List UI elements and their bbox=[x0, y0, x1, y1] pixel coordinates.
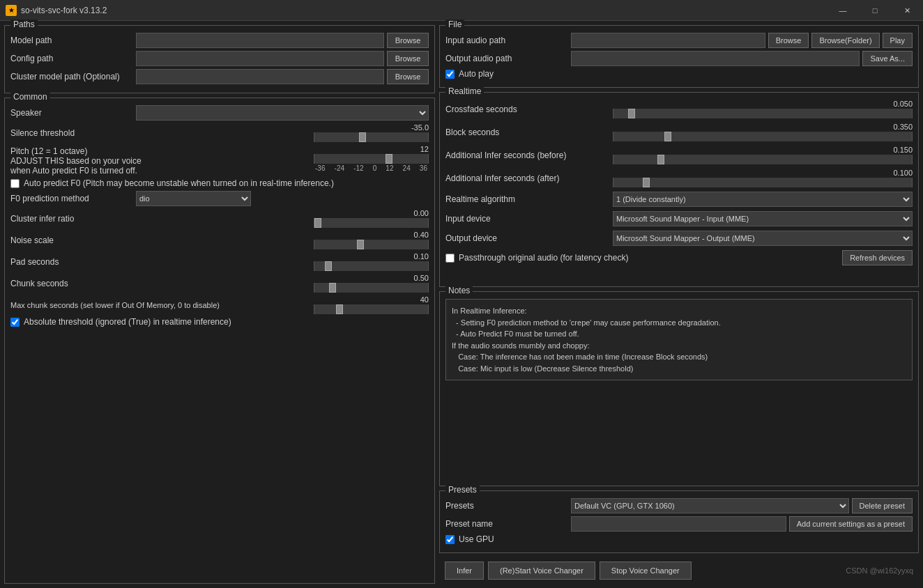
realtime-group: Realtime Crossfade seconds 0.050 Block s… bbox=[439, 92, 919, 287]
input-device-select[interactable]: Microsoft Sound Mapper - Input (MME) bbox=[613, 211, 913, 226]
pad-seconds-slider[interactable] bbox=[314, 261, 429, 271]
output-audio-input[interactable] bbox=[571, 51, 860, 66]
silence-threshold-row: Silence threshold -35.0 bbox=[10, 123, 429, 142]
noise-scale-slider[interactable] bbox=[314, 240, 429, 249]
presets-select[interactable]: Default VC (GPU, GTX 1060) bbox=[571, 498, 849, 513]
delete-preset-button[interactable]: Delete preset bbox=[852, 498, 913, 513]
preset-name-row: Preset name Add current settings as a pr… bbox=[445, 516, 913, 532]
use-gpu-label[interactable]: Use GPU bbox=[459, 534, 494, 544]
block-seconds-value: 0.350 bbox=[893, 123, 913, 131]
refresh-devices-button[interactable]: Refresh devices bbox=[842, 250, 913, 265]
pitch-mark-1: -24 bbox=[335, 164, 344, 172]
pitch-mark-5: 24 bbox=[403, 164, 411, 172]
realtime-title: Realtime bbox=[445, 86, 484, 96]
input-audio-input[interactable] bbox=[571, 33, 765, 48]
preset-name-input[interactable] bbox=[571, 516, 786, 532]
max-chunk-row: Max chunk seconds (set lower if Out Of M… bbox=[10, 295, 429, 314]
absolute-threshold-label[interactable]: Absolute threshold (ignored (True) in re… bbox=[24, 317, 231, 327]
cluster-path-browse-button[interactable]: Browse bbox=[387, 69, 429, 84]
common-group: Common Speaker Silence threshold -35.0 bbox=[4, 98, 435, 584]
close-button[interactable]: ✕ bbox=[891, 0, 923, 21]
crossfade-value: 0.050 bbox=[893, 100, 913, 108]
presets-row: Presets Default VC (GPU, GTX 1060) Delet… bbox=[445, 498, 913, 513]
main-content: Paths Model path Browse Config path Brow… bbox=[0, 21, 923, 588]
noise-scale-row: Noise scale 0.40 bbox=[10, 231, 429, 249]
speaker-label: Speaker bbox=[10, 108, 136, 118]
notes-line-0: In Realtime Inference: bbox=[452, 305, 906, 317]
cluster-infer-value: 0.00 bbox=[414, 209, 429, 217]
add-preset-button[interactable]: Add current settings as a preset bbox=[789, 516, 913, 532]
f0-method-select[interactable]: dio harvest crepe pm bbox=[136, 191, 251, 206]
notes-line-4: Case: The inference has not been made in… bbox=[452, 351, 906, 363]
restart-voice-changer-button[interactable]: (Re)Start Voice Changer bbox=[488, 562, 595, 580]
cluster-path-input[interactable] bbox=[136, 69, 384, 84]
config-path-input[interactable] bbox=[136, 51, 384, 66]
input-device-label: Input device bbox=[445, 214, 613, 224]
model-path-label: Model path bbox=[10, 36, 136, 45]
auto-predict-label[interactable]: Auto predict F0 (Pitch may become unstab… bbox=[24, 178, 334, 188]
minimize-button[interactable]: — bbox=[827, 0, 859, 21]
output-audio-row: Output audio path Save As... bbox=[445, 51, 913, 66]
notes-line-3: If the audio sounds mumbly and choppy: bbox=[452, 340, 906, 352]
model-path-input[interactable] bbox=[136, 33, 384, 48]
browse-folder-button[interactable]: Browse(Folder) bbox=[811, 33, 879, 48]
max-chunk-value: 40 bbox=[420, 295, 429, 304]
use-gpu-row: Use GPU bbox=[445, 534, 913, 544]
left-panel: Paths Model path Browse Config path Brow… bbox=[4, 25, 435, 584]
absolute-threshold-checkbox[interactable] bbox=[10, 318, 20, 327]
config-path-row: Config path Browse bbox=[10, 51, 429, 66]
cluster-infer-slider[interactable] bbox=[314, 218, 429, 228]
max-chunk-slider[interactable] bbox=[314, 304, 429, 314]
auto-play-label[interactable]: Auto play bbox=[459, 69, 494, 79]
pad-seconds-row: Pad seconds 0.10 bbox=[10, 252, 429, 271]
preset-name-label: Preset name bbox=[445, 519, 571, 529]
additional-before-value: 0.150 bbox=[893, 146, 913, 154]
chunk-seconds-slider[interactable] bbox=[314, 283, 429, 293]
notes-line-5: Case: Mic input is low (Decrease Silence… bbox=[452, 363, 906, 375]
silence-threshold-label: Silence threshold bbox=[10, 128, 136, 138]
stop-voice-changer-button[interactable]: Stop Voice Changer bbox=[600, 562, 692, 580]
auto-play-checkbox[interactable] bbox=[445, 70, 455, 79]
max-chunk-label: Max chunk seconds (set lower if Out Of M… bbox=[10, 301, 220, 309]
infer-button[interactable]: Infer bbox=[445, 562, 484, 580]
window-controls: — □ ✕ bbox=[827, 0, 923, 21]
output-device-select[interactable]: Microsoft Sound Mapper - Output (MME) bbox=[613, 231, 913, 246]
notes-line-1: - Setting F0 prediction method to 'crepe… bbox=[452, 317, 906, 329]
titlebar: ★ so-vits-svc-fork v3.13.2 — □ ✕ bbox=[0, 0, 923, 21]
pitch-label-3: when Auto predict F0 is turned off. bbox=[10, 166, 142, 176]
passthrough-label[interactable]: Passthrough original audio (for latency … bbox=[459, 253, 842, 263]
pitch-row: Pitch (12 = 1 octave) ADJUST THIS based … bbox=[10, 145, 429, 176]
paths-group: Paths Model path Browse Config path Brow… bbox=[4, 25, 435, 93]
noise-scale-value: 0.40 bbox=[414, 231, 429, 239]
browse-button[interactable]: Browse bbox=[768, 33, 809, 48]
output-audio-label: Output audio path bbox=[445, 54, 571, 63]
silence-threshold-slider[interactable] bbox=[314, 132, 429, 142]
speaker-select[interactable] bbox=[136, 105, 429, 121]
bottom-bar: Infer (Re)Start Voice Changer Stop Voice… bbox=[439, 557, 919, 584]
model-path-browse-button[interactable]: Browse bbox=[387, 33, 429, 48]
save-as-button[interactable]: Save As... bbox=[862, 51, 913, 66]
pad-seconds-label: Pad seconds bbox=[10, 257, 136, 267]
passthrough-checkbox[interactable] bbox=[445, 254, 455, 263]
config-path-browse-button[interactable]: Browse bbox=[387, 51, 429, 66]
maximize-button[interactable]: □ bbox=[859, 0, 891, 21]
auto-predict-row: Auto predict F0 (Pitch may become unstab… bbox=[10, 178, 429, 188]
absolute-threshold-row: Absolute threshold (ignored (True) in re… bbox=[10, 317, 429, 327]
additional-after-slider[interactable] bbox=[613, 178, 913, 187]
pitch-slider[interactable] bbox=[314, 154, 429, 164]
auto-predict-checkbox[interactable] bbox=[10, 179, 20, 188]
block-seconds-slider[interactable] bbox=[613, 132, 913, 141]
app-icon: ★ bbox=[6, 5, 17, 16]
silence-threshold-value: -35.0 bbox=[411, 123, 429, 132]
cluster-infer-label: Cluster infer ratio bbox=[10, 214, 136, 224]
play-button[interactable]: Play bbox=[883, 33, 913, 48]
crossfade-slider[interactable] bbox=[613, 109, 913, 118]
realtime-algorithm-row: Realtime algorithm 1 (Divide constantly)… bbox=[445, 192, 913, 207]
use-gpu-checkbox[interactable] bbox=[445, 535, 455, 544]
model-path-row: Model path Browse bbox=[10, 33, 429, 48]
f0-method-label: F0 prediction method bbox=[10, 194, 136, 203]
additional-before-label: Additional Infer seconds (before) bbox=[445, 150, 613, 160]
realtime-algorithm-select[interactable]: 1 (Divide constantly) 2 (Divide periodic… bbox=[613, 192, 913, 207]
additional-before-slider[interactable] bbox=[613, 155, 913, 164]
cluster-infer-row: Cluster infer ratio 0.00 bbox=[10, 209, 429, 228]
